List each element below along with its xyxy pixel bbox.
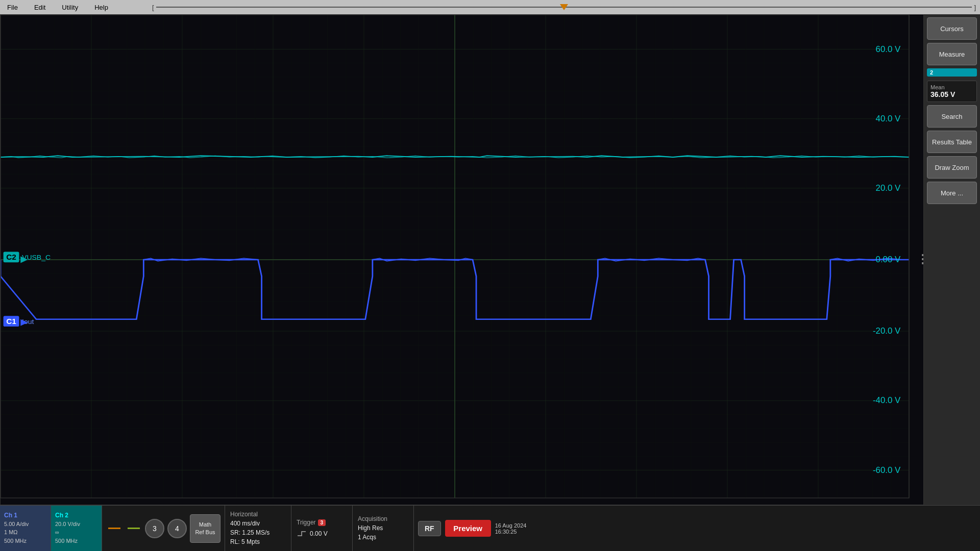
measurement-ch2-label: 2 [930,69,933,76]
channel-button-group: 3 4 Math Ref Bus [102,506,225,551]
svg-text:-40.0 V: -40.0 V [873,396,900,405]
svg-text:-20.0 V: -20.0 V [873,327,900,335]
trigger-title: Trigger [297,519,316,526]
svg-text:40.0 V: 40.0 V [876,114,901,122]
trigger-level: 0.00 V [310,529,328,538]
menu-utility[interactable]: Utility [59,3,81,12]
trigger-arrow-icon [560,4,568,10]
ch1-info-box: Ch 1 5.00 A/div 1 MΩ 500 MHz [0,506,51,551]
bottom-bar: Ch 1 5.00 A/div 1 MΩ 500 MHz Ch 2 20.0 V… [0,505,980,551]
ch2-title: Ch 2 [55,512,97,519]
ch1-bandwidth: 500 MHz [4,537,46,545]
acquisition-count: 1 Acqs [358,533,408,542]
right-panel: Cursors Measure 2 Mean 36.05 V Search Re… [924,14,980,505]
time-display: 16:30:25 [495,529,527,535]
datetime-display: 16 Aug 2024 16:30:25 [491,506,531,551]
scope-display: 60.0 V 40.0 V 20.0 V 0.00 V -20.0 V -40.… [0,14,924,505]
menu-bar: File Edit Utility Help [ ] [0,0,980,14]
trigger-info: Trigger 3 0.00 V [291,506,353,551]
acquisition-title: Acquisition [358,515,408,522]
acquisition-mode: High Res [358,523,408,533]
menu-file[interactable]: File [4,3,21,12]
more-button[interactable]: More ... [927,182,977,204]
math-ref-bus-button[interactable]: Math Ref Bus [190,514,220,543]
search-button[interactable]: Search [927,105,977,128]
main-content: 60.0 V 40.0 V 20.0 V 0.00 V -20.0 V -40.… [0,14,980,505]
svg-text:0.00 V: 0.00 V [876,255,901,264]
ch2-color-indicator [128,528,140,529]
menu-edit[interactable]: Edit [31,3,48,12]
ch1-title: Ch 1 [4,512,46,519]
svg-text:C2: C2 [6,254,16,261]
bracket-right: ] [974,4,976,11]
ch2-info-box: Ch 2 20.0 V/div ∞ 500 MHz [51,506,102,551]
horizontal-sample-rate: SR: 1.25 MS/s [230,528,286,537]
ch2-measurement-indicator: 2 [927,68,977,77]
measurement-value-display: 36.05 V [930,90,973,98]
horizontal-time-div: 400 ms/div [230,519,286,528]
measure-button[interactable]: Measure [927,43,977,65]
trigger-badge: 3 [318,519,326,526]
measurement-type-label: Mean [930,84,973,90]
horizontal-record-length: RL: 5 Mpts [230,537,286,546]
button-4[interactable]: 4 [167,519,187,538]
svg-text:20.0 V: 20.0 V [876,184,901,192]
ch1-impedance: 1 MΩ [4,528,46,537]
svg-text:⋮: ⋮ [916,252,923,265]
trigger-slope-icon [297,530,307,538]
ch2-symbol: ∞ [55,528,97,537]
button-3[interactable]: 3 [145,519,164,538]
horizontal-info: Horizontal 400 ms/div SR: 1.25 MS/s RL: … [225,506,291,551]
bracket-left: [ [152,4,154,11]
ch2-scale: 20.0 V/div [55,520,97,529]
date-display: 16 Aug 2024 [495,522,527,529]
scope-grid: 60.0 V 40.0 V 20.0 V 0.00 V -20.0 V -40.… [1,15,923,505]
svg-text:60.0 V: 60.0 V [876,44,901,53]
rf-button[interactable]: RF [418,521,441,536]
trigger-header: Trigger 3 [297,519,347,527]
menu-help[interactable]: Help [91,3,111,12]
cursors-button[interactable]: Cursors [927,17,977,40]
trigger-value-row: 0.00 V [297,529,347,538]
trigger-position-bar: [ ] [152,4,976,11]
svg-text:-60.0 V: -60.0 V [873,465,900,474]
ch1-scale: 5.00 A/div [4,520,46,529]
horizontal-title: Horizontal [230,511,286,518]
ch1-color-indicator [108,528,120,529]
measurement-display: Mean 36.05 V [927,81,977,102]
ch2-bandwidth: 500 MHz [55,537,97,545]
acquisition-info: Acquisition High Res 1 Acqs [353,506,414,551]
preview-button[interactable]: Preview [445,520,491,537]
results-table-button[interactable]: Results Table [927,131,977,153]
draw-zoom-button[interactable]: Draw Zoom [927,156,977,179]
svg-text:C1: C1 [6,317,16,325]
